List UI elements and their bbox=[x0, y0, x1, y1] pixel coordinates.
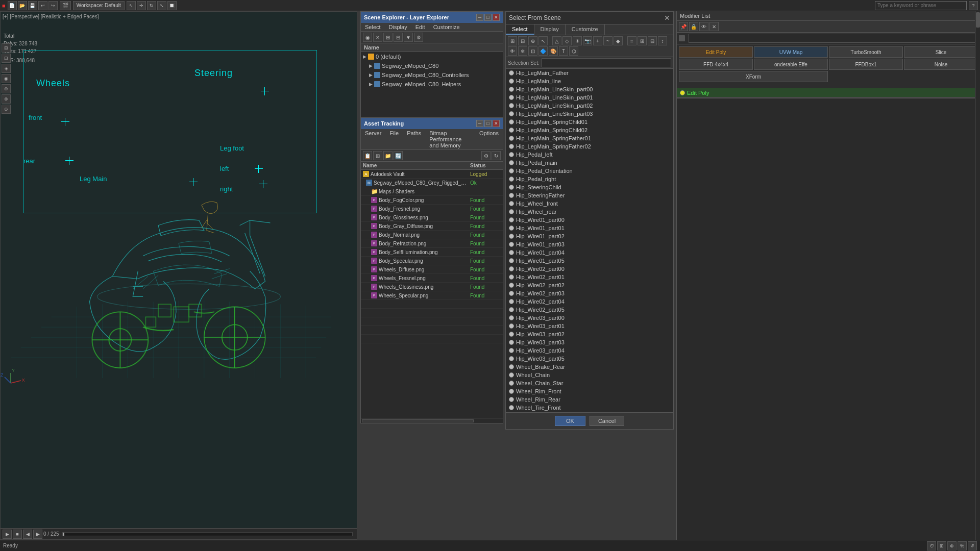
at-menu-server[interactable]: Server bbox=[361, 129, 385, 149]
noise-button[interactable]: Noise bbox=[904, 59, 978, 70]
sfs-layer-icon[interactable]: ⊡ bbox=[528, 46, 537, 56]
sfs-object-item-33[interactable]: Hip_Wire03_part03 bbox=[506, 338, 673, 346]
at-icon-2[interactable]: ⊞ bbox=[373, 151, 382, 160]
search-input[interactable] bbox=[875, 1, 967, 10]
sfs-close-button[interactable]: ✕ bbox=[664, 14, 670, 22]
sfs-object-item-1[interactable]: Hip_LegMain_line bbox=[506, 77, 673, 85]
menu-customize[interactable]: Customize bbox=[429, 23, 464, 31]
sfs-selection-set-input[interactable] bbox=[542, 58, 671, 67]
redo-button[interactable]: ↪ bbox=[48, 1, 58, 10]
sfs-object-item-4[interactable]: Hip_LegMain_LineSkin_part02 bbox=[506, 102, 673, 110]
slice-button[interactable]: Slice bbox=[904, 46, 978, 58]
sfs-object-color-icon[interactable]: 🎨 bbox=[549, 46, 558, 56]
at-menu-options[interactable]: Options bbox=[475, 129, 503, 149]
percent-snap-icon[interactable]: % bbox=[958, 541, 967, 550]
view-icon-3[interactable]: ◈ bbox=[2, 64, 11, 73]
at-row-png-1[interactable]: P Body_Fresnel.png Found bbox=[361, 205, 503, 213]
at-row-png-9[interactable]: P Wheels_Fresnel.png Found bbox=[361, 274, 503, 283]
select-icon[interactable]: ↖ bbox=[127, 1, 136, 10]
sfs-object-item-39[interactable]: Wheel_Rim_Front bbox=[506, 387, 673, 395]
at-row-png-3[interactable]: P Body_Gray_Diffuse.png Found bbox=[361, 222, 503, 231]
sfs-tab-select[interactable]: Select bbox=[506, 24, 534, 35]
sfs-object-item-8[interactable]: Hip_LegMain_SpringFather01 bbox=[506, 134, 673, 142]
sfs-object-item-5[interactable]: Hip_LegMain_LineSkin_part03 bbox=[506, 110, 673, 118]
menu-select[interactable]: Select bbox=[361, 23, 385, 31]
view-icon-4[interactable]: ◉ bbox=[2, 74, 11, 83]
layer-item-controllers[interactable]: ▶ Segway_eMoped_C80_Controllers bbox=[361, 70, 503, 80]
mod-lock-icon[interactable]: 🔒 bbox=[689, 22, 698, 31]
sfs-none-icon[interactable]: ⊟ bbox=[518, 36, 527, 45]
sfs-object-item-24[interactable]: Hip_Wire02_part00 bbox=[506, 265, 673, 273]
sfs-object-item-32[interactable]: Hip_Wire03_part02 bbox=[506, 330, 673, 338]
at-settings-icon[interactable]: ⚙ bbox=[481, 151, 491, 160]
at-hscrollbar[interactable] bbox=[361, 418, 503, 423]
sfs-object-item-27[interactable]: Hip_Wire02_part03 bbox=[506, 289, 673, 297]
view-icon-7[interactable]: ⊙ bbox=[2, 105, 11, 114]
at-menu-file[interactable]: File bbox=[385, 129, 403, 149]
sfs-camera-icon[interactable]: 📷 bbox=[583, 36, 592, 45]
sfs-object-item-9[interactable]: Hip_LegMain_SpringFather02 bbox=[506, 142, 673, 151]
sfs-display-icon[interactable]: 👁 bbox=[508, 46, 517, 56]
sfs-collapse-icon[interactable]: ⊟ bbox=[648, 36, 657, 45]
rotate-icon[interactable]: ↻ bbox=[147, 1, 156, 10]
at-icon-1[interactable]: 📋 bbox=[363, 151, 372, 160]
sfs-invert-icon[interactable]: ⊕ bbox=[528, 36, 537, 45]
sfs-type-icon[interactable]: T bbox=[559, 46, 568, 56]
next-frame[interactable]: ▶ bbox=[33, 530, 42, 539]
sfs-object-item-12[interactable]: Hip_Pedal_Orientation bbox=[506, 167, 673, 175]
sfs-material-icon[interactable]: 🔷 bbox=[538, 46, 548, 56]
menu-edit[interactable]: Edit bbox=[411, 23, 429, 31]
sfs-object-item-6[interactable]: Hip_LegMain_SpringChild01 bbox=[506, 118, 673, 126]
at-row-png-0[interactable]: P Body_FogColor.png Found bbox=[361, 196, 503, 205]
at-row-png-8[interactable]: P Wheels_Diffuse.png Found bbox=[361, 265, 503, 274]
layer-item-default[interactable]: ▶ 0 (default) bbox=[361, 52, 503, 61]
mod-delete-icon[interactable]: ✕ bbox=[709, 22, 719, 31]
turbosmooth-button[interactable]: TurboSmooth bbox=[829, 46, 903, 58]
prev-frame[interactable]: ◀ bbox=[23, 530, 32, 539]
sfs-object-item-22[interactable]: Hip_Wire01_part04 bbox=[506, 248, 673, 257]
at-minimize[interactable]: ─ bbox=[476, 120, 483, 127]
view-icon-1[interactable]: ⊞ bbox=[2, 43, 11, 53]
close-button[interactable]: ✕ bbox=[493, 14, 500, 21]
at-scrollbar-thumb[interactable] bbox=[362, 419, 474, 422]
mod-show-icon[interactable]: 👁 bbox=[699, 22, 708, 31]
sfs-object-item-19[interactable]: Hip_Wire01_part01 bbox=[506, 224, 673, 232]
sfs-object-item-37[interactable]: Wheel_Chain bbox=[506, 371, 673, 379]
sfs-hierarchy-icon[interactable]: ⌬ bbox=[569, 46, 578, 56]
sfs-object-item-38[interactable]: Wheel_Chain_Star bbox=[506, 379, 673, 387]
at-row-vault[interactable]: A Autodesk Vault Logged bbox=[361, 170, 503, 179]
sfs-object-item-3[interactable]: Hip_LegMain_LineSkin_part01 bbox=[506, 93, 673, 102]
at-row-png-2[interactable]: P Body_Glossiness.png Found bbox=[361, 213, 503, 222]
sfs-light-icon-btn[interactable]: ☀ bbox=[573, 36, 582, 45]
modifier-scrollbar[interactable] bbox=[975, 11, 980, 540]
sfs-object-item-20[interactable]: Hip_Wire01_part02 bbox=[506, 232, 673, 240]
mod-pin-icon[interactable]: 📌 bbox=[679, 22, 688, 31]
sfs-object-item-25[interactable]: Hip_Wire02_part01 bbox=[506, 273, 673, 281]
sfs-spacewarp-icon[interactable]: ~ bbox=[603, 36, 612, 45]
se-icon-3[interactable]: ⊞ bbox=[383, 33, 393, 42]
se-icon-6[interactable]: ⚙ bbox=[414, 33, 423, 42]
uvw-map-button[interactable]: UVW Map bbox=[754, 46, 828, 58]
open-button[interactable]: 📂 bbox=[18, 1, 27, 10]
minimize-button[interactable]: ─ bbox=[476, 14, 483, 21]
menu-display[interactable]: Display bbox=[385, 23, 411, 31]
at-row-png-4[interactable]: P Body_Normal.png Found bbox=[361, 231, 503, 239]
workspace-dropdown[interactable]: Workspace: Default bbox=[73, 1, 125, 10]
sfs-filter-icon[interactable]: ≡ bbox=[627, 36, 636, 45]
sfs-object-item-41[interactable]: Wheel_Tire_Front bbox=[506, 404, 673, 412]
render-setup-icon[interactable]: 🎬 bbox=[60, 1, 71, 10]
at-row-folder[interactable]: 📁 Maps / Shaders bbox=[361, 187, 503, 196]
at-maximize[interactable]: □ bbox=[484, 120, 492, 127]
se-icon-4[interactable]: ⊟ bbox=[394, 33, 403, 42]
sfs-ok-button[interactable]: OK bbox=[555, 416, 585, 426]
at-row-png-10[interactable]: P Wheels_Glossiness.png Found bbox=[361, 283, 503, 291]
layer-item-helpers[interactable]: ▶ Segway_eMoped_C80_Helpers bbox=[361, 80, 503, 89]
sfs-cancel-button[interactable]: Cancel bbox=[590, 416, 624, 426]
angle-snap-icon[interactable]: ⊕ bbox=[947, 541, 957, 550]
at-row-png-11[interactable]: P Wheels_Specular.png Found bbox=[361, 291, 503, 300]
sfs-all-icon[interactable]: ⊞ bbox=[508, 36, 517, 45]
at-menu-bitmap[interactable]: Bitmap Performance and Memory bbox=[425, 129, 475, 149]
new-button[interactable]: 📄 bbox=[8, 1, 17, 10]
at-refresh-icon[interactable]: ↻ bbox=[492, 151, 501, 160]
at-close[interactable]: ✕ bbox=[493, 120, 500, 127]
